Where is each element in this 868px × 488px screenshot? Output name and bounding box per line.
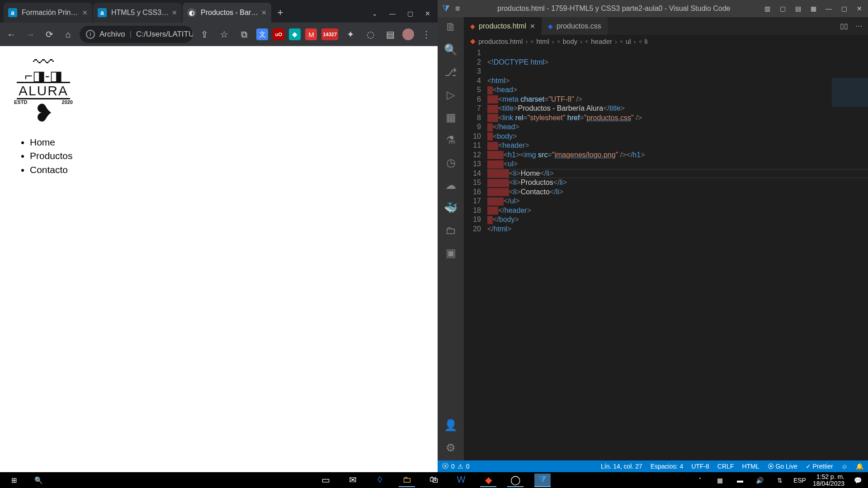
chrome-icon[interactable]: ◯ (507, 474, 524, 487)
avatar[interactable] (402, 28, 414, 40)
cast-icon[interactable]: ⧉ (236, 27, 252, 42)
split-editor-icon[interactable]: ▯▯ (840, 22, 848, 30)
cursor-position[interactable]: Lín. 14, col. 27 (601, 463, 642, 470)
word-icon[interactable]: W (453, 474, 469, 487)
forward-button[interactable]: → (23, 27, 38, 42)
explorer-icon[interactable]: 🗎 (445, 21, 456, 33)
logo-year: 2020 (62, 99, 73, 105)
new-tab-button[interactable]: + (272, 3, 288, 23)
run-icon[interactable]: ▷ (447, 89, 455, 101)
chevron-down-icon[interactable]: ⌄ (372, 10, 377, 17)
ublock-icon[interactable]: uO (273, 28, 284, 40)
prettier-status[interactable]: Prettier (806, 463, 833, 470)
share-icon[interactable]: ⇪ (197, 27, 212, 42)
search-icon[interactable]: 🔍 (444, 43, 458, 56)
editor-tab-html[interactable]: ◆ productos.html ✕ (464, 17, 542, 35)
search-icon[interactable]: 🔍 (32, 474, 45, 487)
star-icon[interactable]: ☆ (217, 27, 232, 42)
browser-tab-0[interactable]: a Formación Princip ✕ (4, 3, 92, 23)
breadcrumb-item[interactable]: header (591, 38, 612, 45)
error-count[interactable]: 0 (451, 463, 455, 470)
chevron-up-icon[interactable]: ˄ (693, 474, 707, 487)
source-control-icon[interactable]: ⎇ (444, 66, 457, 79)
browser-tab-1[interactable]: a HTML5 y CSS3 par ✕ (93, 3, 182, 23)
panel-icon[interactable]: ▤ (382, 27, 398, 42)
network-icon[interactable]: ⇅ (773, 474, 787, 487)
code-content[interactable]: <!DOCTYPE html> <html> <head> <meta char… (487, 47, 868, 460)
back-button[interactable]: ← (4, 27, 19, 42)
reload-button[interactable]: ⟳ (42, 27, 57, 42)
brave-icon[interactable]: ◆ (480, 474, 496, 487)
close-icon[interactable]: ✕ (855, 5, 863, 12)
translate-icon[interactable]: 文 (256, 28, 268, 40)
browser-tab-2[interactable]: ◐ Productos - Barbe ✕ (183, 3, 271, 23)
breadcrumb-item[interactable]: body (563, 38, 578, 45)
clock[interactable]: 1:52 p. m. 18/04/2023 (813, 474, 844, 487)
editor-tab-css[interactable]: ◆ productos.css (542, 17, 608, 35)
layout-icon[interactable]: ▢ (778, 5, 787, 12)
maximize-icon[interactable]: ▢ (407, 10, 413, 17)
layout-icon[interactable]: ▥ (763, 5, 771, 12)
breadcrumb-item[interactable]: html (536, 38, 549, 45)
close-icon[interactable]: ✕ (530, 23, 535, 30)
battery-icon[interactable]: ▬ (733, 474, 747, 487)
menu-icon[interactable]: ⋮ (419, 27, 434, 42)
breadcrumbs[interactable]: ◆ productos.html› ⟐html› ⟐body› ⟐header›… (464, 35, 868, 47)
go-live-button[interactable]: ⦿ Go Live (768, 463, 797, 470)
layout-icon[interactable]: ▦ (809, 5, 817, 12)
store-icon[interactable]: 🛍 (426, 474, 442, 487)
extension-icon[interactable]: ◆ (289, 28, 301, 40)
volume-icon[interactable]: 🔊 (753, 474, 767, 487)
warning-count[interactable]: 0 (466, 463, 470, 470)
close-icon[interactable]: ✕ (261, 9, 267, 16)
hamburger-icon[interactable]: ≡ (455, 4, 460, 14)
maximize-icon[interactable]: ▢ (840, 5, 848, 12)
encoding[interactable]: UTF-8 (691, 463, 709, 470)
more-icon[interactable]: ⋯ (855, 22, 863, 30)
folder-icon[interactable]: 🗀 (445, 224, 456, 237)
vscode-icon[interactable]: ⧩ (534, 474, 551, 487)
extension-badge[interactable]: 14327 (321, 28, 338, 40)
indentation[interactable]: Espacios: 4 (651, 463, 683, 470)
terminal-icon[interactable]: ▣ (446, 247, 456, 259)
extensions-icon[interactable]: ✦ (343, 27, 358, 42)
docker-icon[interactable]: 🐳 (444, 202, 458, 214)
timeline-icon[interactable]: ◷ (446, 156, 456, 169)
close-icon[interactable]: ✕ (172, 9, 177, 16)
testing-icon[interactable]: ⚗ (446, 134, 456, 146)
breadcrumb-item[interactable]: li (645, 38, 648, 45)
close-icon[interactable]: ✕ (82, 9, 88, 16)
action-center-icon[interactable]: 💬 (851, 474, 864, 487)
error-icon[interactable]: ⓧ (442, 462, 448, 470)
extensions-icon[interactable]: ▦ (446, 111, 456, 124)
home-button[interactable]: ⌂ (61, 27, 76, 42)
close-icon[interactable]: ✕ (425, 10, 430, 17)
info-icon[interactable]: i (86, 30, 95, 39)
account-icon[interactable]: 👤 (444, 419, 458, 432)
outlook-icon[interactable]: ◊ (372, 474, 388, 487)
explorer-icon[interactable]: 🗀 (399, 474, 415, 487)
language-mode[interactable]: HTML (742, 463, 759, 470)
taskview-icon[interactable]: ▭ (317, 474, 334, 487)
address-bar[interactable]: i Archivo | C:/Users/LATITUDE... (80, 26, 193, 43)
language-indicator[interactable]: ESP (793, 474, 807, 487)
layout-icon[interactable]: ▤ (794, 5, 802, 12)
globe-icon: ◐ (187, 8, 196, 17)
sync-icon[interactable]: ◌ (363, 27, 378, 42)
eol[interactable]: CRLF (717, 463, 734, 470)
minimize-icon[interactable]: — (389, 10, 396, 17)
editor-tabbar: ◆ productos.html ✕ ◆ productos.css ▯▯ ⋯ (464, 17, 868, 35)
remote-icon[interactable]: ☁ (445, 179, 456, 192)
code-editor[interactable]: 1234567891011121314151617181920 <!DOCTYP… (464, 47, 868, 460)
tray-icon[interactable]: ▦ (713, 474, 727, 487)
bell-icon[interactable]: 🔔 (856, 463, 863, 470)
warning-icon[interactable]: ⚠ (458, 463, 463, 470)
gmail-icon[interactable]: M (305, 28, 317, 40)
start-button[interactable]: ⊞ (7, 474, 21, 487)
breadcrumb-item[interactable]: productos.html (478, 38, 523, 45)
minimize-icon[interactable]: — (825, 5, 833, 12)
gear-icon[interactable]: ⚙ (446, 441, 456, 454)
feedback-icon[interactable]: ☺ (841, 463, 848, 470)
breadcrumb-item[interactable]: ul (626, 38, 631, 45)
mail-icon[interactable]: ✉ (344, 474, 361, 487)
